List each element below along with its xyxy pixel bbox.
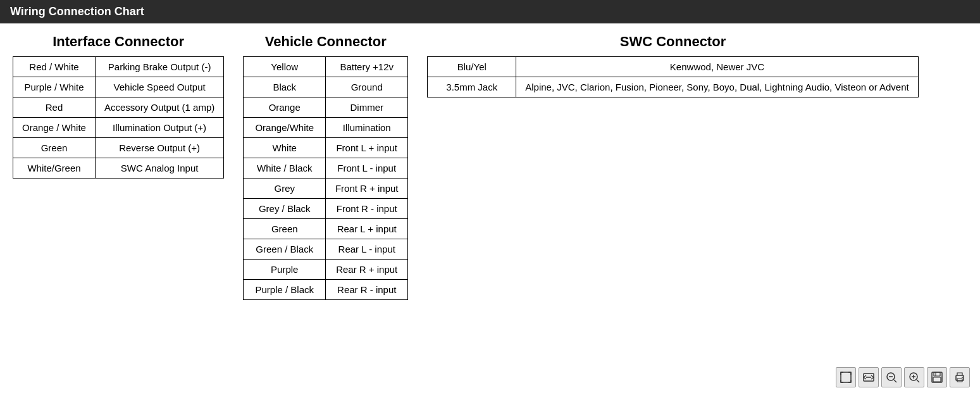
zoom-in-button[interactable] <box>904 367 924 387</box>
wire-function: Front R - input <box>326 199 408 219</box>
table-row: WhiteFront L + input <box>244 138 408 158</box>
swc-connector-section: SWC Connector Blu/YelKenwwod, Newer JVC3… <box>427 34 918 300</box>
wire-function: Alpine, JVC, Clarion, Fusion, Pioneer, S… <box>516 77 918 97</box>
wire-color: Yellow <box>244 57 326 77</box>
wire-function: Kenwwod, Newer JVC <box>516 57 918 77</box>
svg-rect-12 <box>933 377 941 382</box>
wire-function: Parking Brake Output (-) <box>96 57 224 77</box>
wire-color: Red <box>13 97 96 118</box>
table-row: OrangeDimmer <box>244 97 408 118</box>
title-bar: Wiring Connection Chart <box>0 0 980 23</box>
wire-color: Black <box>244 77 326 97</box>
wire-color: Purple / White <box>13 77 96 97</box>
wire-function: Vehicle Speed Output <box>96 77 224 97</box>
print-button[interactable] <box>950 367 970 387</box>
wire-color: Grey <box>244 179 326 199</box>
page-container: Wiring Connection Chart Interface Connec… <box>0 0 980 395</box>
svg-rect-11 <box>934 372 940 376</box>
wire-function: Front L - input <box>326 158 408 179</box>
vehicle-connector-title: Vehicle Connector <box>265 34 387 50</box>
table-row: Orange / WhiteIllumination Output (+) <box>13 118 224 138</box>
table-row: Purple / WhiteVehicle Speed Output <box>13 77 224 97</box>
swc-connector-table: Blu/YelKenwwod, Newer JVC3.5mm JackAlpin… <box>427 56 918 97</box>
svg-point-16 <box>962 377 963 378</box>
table-row: Grey / BlackFront R - input <box>244 199 408 219</box>
table-row: Purple / BlackRear R - input <box>244 280 408 300</box>
svg-line-7 <box>917 380 919 382</box>
wire-function: Illumination <box>326 118 408 138</box>
wire-function: Reverse Output (+) <box>96 138 224 158</box>
wire-color: Blu/Yel <box>428 57 516 77</box>
wire-function: Dimmer <box>326 97 408 118</box>
wire-function: Front R + input <box>326 179 408 199</box>
wire-color: Orange/White <box>244 118 326 138</box>
wire-color: Red / White <box>13 57 96 77</box>
svg-rect-0 <box>841 372 851 382</box>
table-row: White / BlackFront L - input <box>244 158 408 179</box>
bottom-toolbar <box>836 367 970 387</box>
wire-color: Green <box>13 138 96 158</box>
wire-function: Rear L - input <box>326 239 408 260</box>
fit-width-button[interactable] <box>859 367 879 387</box>
wire-color: Purple / Black <box>244 280 326 300</box>
table-row: GreyFront R + input <box>244 179 408 199</box>
table-row: Blu/YelKenwwod, Newer JVC <box>428 57 918 77</box>
swc-connector-title: SWC Connector <box>620 34 726 50</box>
interface-connector-table: Red / WhiteParking Brake Output (-)Purpl… <box>13 56 224 179</box>
wire-function: Ground <box>326 77 408 97</box>
wire-color: Orange <box>244 97 326 118</box>
table-row: PurpleRear R + input <box>244 260 408 280</box>
table-row: Orange/WhiteIllumination <box>244 118 408 138</box>
main-content: Interface Connector Red / WhiteParking B… <box>0 23 980 310</box>
table-row: RedAccessory Output (1 amp) <box>13 97 224 118</box>
interface-connector-section: Interface Connector Red / WhiteParking B… <box>13 34 224 300</box>
fit-page-button[interactable] <box>836 367 856 387</box>
vehicle-connector-table: YellowBattery +12vBlackGroundOrangeDimme… <box>243 56 408 300</box>
interface-connector-title: Interface Connector <box>53 34 184 50</box>
table-row: 3.5mm JackAlpine, JVC, Clarion, Fusion, … <box>428 77 918 97</box>
wire-color: Green <box>244 219 326 239</box>
table-row: GreenReverse Output (+) <box>13 138 224 158</box>
table-row: Green / BlackRear L - input <box>244 239 408 260</box>
wire-color: White <box>244 138 326 158</box>
table-row: Red / WhiteParking Brake Output (-) <box>13 57 224 77</box>
wire-function: SWC Analog Input <box>96 158 224 179</box>
wire-function: Rear L + input <box>326 219 408 239</box>
table-row: GreenRear L + input <box>244 219 408 239</box>
save-button[interactable] <box>927 367 947 387</box>
wire-color: Grey / Black <box>244 199 326 219</box>
wire-function: Accessory Output (1 amp) <box>96 97 224 118</box>
wire-color: Orange / White <box>13 118 96 138</box>
wire-color: White / Black <box>244 158 326 179</box>
wire-color: White/Green <box>13 158 96 179</box>
table-row: White/GreenSWC Analog Input <box>13 158 224 179</box>
zoom-out-button[interactable] <box>881 367 902 387</box>
vehicle-connector-section: Vehicle Connector YellowBattery +12vBlac… <box>243 34 408 300</box>
wire-function: Front L + input <box>326 138 408 158</box>
table-row: YellowBattery +12v <box>244 57 408 77</box>
wire-color: Purple <box>244 260 326 280</box>
wire-function: Rear R - input <box>326 280 408 300</box>
svg-line-4 <box>894 380 896 382</box>
table-row: BlackGround <box>244 77 408 97</box>
wire-function: Rear R + input <box>326 260 408 280</box>
title-text: Wiring Connection Chart <box>10 5 144 18</box>
wire-function: Battery +12v <box>326 57 408 77</box>
wire-function: Illumination Output (+) <box>96 118 224 138</box>
wire-color: Green / Black <box>244 239 326 260</box>
wire-color: 3.5mm Jack <box>428 77 516 97</box>
